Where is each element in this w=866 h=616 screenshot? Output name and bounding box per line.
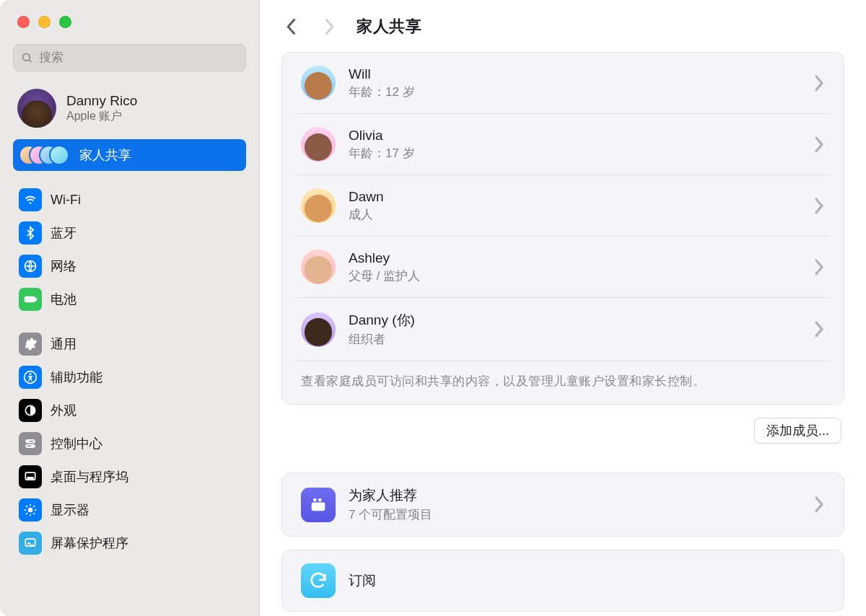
topbar: 家人共享 bbox=[260, 0, 866, 52]
window-controls bbox=[0, 0, 259, 37]
svg-point-10 bbox=[27, 441, 29, 442]
svg-point-27 bbox=[318, 498, 322, 501]
svg-line-21 bbox=[33, 513, 35, 514]
member-sub: 成人 bbox=[349, 206, 800, 223]
sidebar-item-label: 电池 bbox=[51, 291, 76, 308]
battery-icon bbox=[19, 288, 42, 311]
svg-point-26 bbox=[313, 498, 317, 501]
screensaver-icon bbox=[19, 532, 42, 555]
member-sub: 父母 / 监护人 bbox=[349, 268, 800, 284]
sidebar-item-label: 屏幕保护程序 bbox=[51, 534, 128, 552]
sidebar-item-displays[interactable]: 显示器 bbox=[13, 494, 246, 526]
sidebar-account[interactable]: Danny Rico Apple 账户 bbox=[13, 80, 246, 139]
sidebar-item-label: 外观 bbox=[51, 402, 76, 419]
sidebar-item-network[interactable]: 网络 bbox=[13, 250, 246, 282]
member-avatar bbox=[301, 250, 336, 284]
family-member-row[interactable]: Dawn成人 bbox=[295, 175, 831, 237]
member-name: Will bbox=[349, 66, 800, 82]
bluetooth-icon bbox=[19, 221, 42, 245]
sidebar-item-appearance[interactable]: 外观 bbox=[13, 395, 246, 426]
sidebar-item-label: 家人共享 bbox=[79, 146, 131, 164]
sidebar-item-label: 通用 bbox=[51, 335, 76, 353]
svg-rect-4 bbox=[25, 297, 35, 302]
member-avatar bbox=[301, 66, 336, 100]
recommendations-row[interactable]: 为家人推荐 7 个可配置项目 bbox=[295, 473, 831, 536]
member-name: Olivia bbox=[349, 128, 800, 144]
network-icon bbox=[19, 255, 42, 278]
sidebar-item-family-sharing[interactable]: 家人共享 bbox=[13, 139, 246, 171]
member-name: Dawn bbox=[349, 189, 800, 205]
chevron-right-icon bbox=[813, 74, 825, 93]
accessibility-icon bbox=[19, 366, 42, 389]
family-member-row[interactable]: Will年龄：12 岁 bbox=[295, 53, 831, 114]
svg-point-15 bbox=[28, 508, 33, 513]
control-center-icon bbox=[19, 432, 42, 455]
action-bar: 添加成员... bbox=[281, 405, 844, 472]
family-member-row[interactable]: Olivia年龄：17 岁 bbox=[295, 114, 831, 175]
sidebar-item-battery[interactable]: 电池 bbox=[13, 283, 246, 315]
content-scroll: Will年龄：12 岁Olivia年龄：17 岁Dawn成人Ashley父母 /… bbox=[260, 52, 866, 616]
sidebar: Danny Rico Apple 账户 家人共享 Wi-Fi bbox=[0, 0, 260, 616]
chevron-right-icon bbox=[813, 258, 825, 277]
gear-icon bbox=[19, 333, 42, 356]
recommendations-icon bbox=[301, 488, 336, 522]
recommendations-sub: 7 个可配置项目 bbox=[349, 506, 800, 523]
add-member-button[interactable]: 添加成员... bbox=[754, 418, 841, 444]
sidebar-item-label: 显示器 bbox=[51, 501, 89, 519]
main-pane: 家人共享 Will年龄：12 岁Olivia年龄：17 岁Dawn成人Ashle… bbox=[260, 0, 866, 616]
search-input[interactable] bbox=[39, 50, 238, 65]
nav-back-button[interactable] bbox=[281, 17, 302, 37]
account-avatar bbox=[17, 89, 56, 128]
sidebar-item-control-center[interactable]: 控制中心 bbox=[13, 428, 246, 459]
family-members-panel: Will年龄：12 岁Olivia年龄：17 岁Dawn成人Ashley父母 /… bbox=[281, 52, 844, 405]
svg-point-0 bbox=[23, 53, 30, 61]
member-name: Danny (你) bbox=[349, 311, 800, 330]
subscriptions-title: 订阅 bbox=[349, 571, 825, 590]
svg-point-7 bbox=[30, 373, 32, 375]
search-box[interactable] bbox=[13, 44, 246, 71]
subscriptions-row[interactable]: 订阅 bbox=[295, 550, 831, 611]
subscriptions-panel: 订阅 bbox=[281, 550, 844, 612]
svg-point-12 bbox=[32, 445, 33, 446]
svg-rect-5 bbox=[35, 298, 37, 300]
member-avatar bbox=[301, 188, 336, 223]
member-sub: 年龄：17 岁 bbox=[349, 145, 800, 162]
member-avatar bbox=[301, 312, 336, 347]
member-avatar bbox=[301, 127, 336, 162]
sidebar-scroll: Danny Rico Apple 账户 家人共享 Wi-Fi bbox=[0, 80, 259, 573]
displays-icon bbox=[19, 498, 42, 522]
sidebar-item-general[interactable]: 通用 bbox=[13, 328, 246, 360]
recommendations-title: 为家人推荐 bbox=[349, 486, 800, 505]
sidebar-item-wifi[interactable]: Wi-Fi bbox=[13, 184, 246, 216]
sidebar-item-accessibility[interactable]: 辅助功能 bbox=[13, 361, 246, 393]
family-member-row[interactable]: Ashley父母 / 监护人 bbox=[295, 237, 831, 298]
svg-rect-14 bbox=[27, 478, 33, 479]
sidebar-item-desktop-dock[interactable]: 桌面与程序坞 bbox=[13, 461, 246, 493]
appearance-icon bbox=[19, 399, 42, 422]
svg-line-20 bbox=[26, 506, 27, 507]
sidebar-item-label: Wi-Fi bbox=[51, 193, 81, 208]
wifi-icon bbox=[19, 188, 42, 211]
svg-point-2 bbox=[30, 202, 32, 204]
chevron-right-icon bbox=[813, 196, 825, 216]
member-sub: 年龄：12 岁 bbox=[349, 84, 800, 100]
account-name: Danny Rico bbox=[66, 93, 137, 109]
sidebar-item-label: 蓝牙 bbox=[51, 224, 76, 242]
family-icon bbox=[19, 144, 71, 167]
account-sub: Apple 账户 bbox=[66, 109, 137, 124]
close-window-button[interactable] bbox=[17, 16, 30, 28]
panel-footer-text: 查看家庭成员可访问和共享的内容，以及管理儿童账户设置和家长控制。 bbox=[295, 361, 831, 404]
minimize-window-button[interactable] bbox=[38, 16, 51, 28]
sidebar-item-bluetooth[interactable]: 蓝牙 bbox=[13, 217, 246, 249]
search-container bbox=[0, 37, 259, 80]
sidebar-item-label: 网络 bbox=[51, 258, 76, 275]
zoom-window-button[interactable] bbox=[59, 16, 71, 28]
family-member-row[interactable]: Danny (你)组织者 bbox=[295, 298, 831, 361]
page-title: 家人共享 bbox=[357, 16, 421, 38]
sidebar-item-label: 控制中心 bbox=[51, 435, 102, 452]
member-sub: 组织者 bbox=[349, 331, 800, 348]
subscriptions-icon bbox=[301, 563, 336, 598]
svg-line-1 bbox=[29, 60, 31, 62]
nav-forward-button[interactable] bbox=[319, 17, 339, 37]
sidebar-item-screensaver[interactable]: 屏幕保护程序 bbox=[13, 527, 246, 559]
